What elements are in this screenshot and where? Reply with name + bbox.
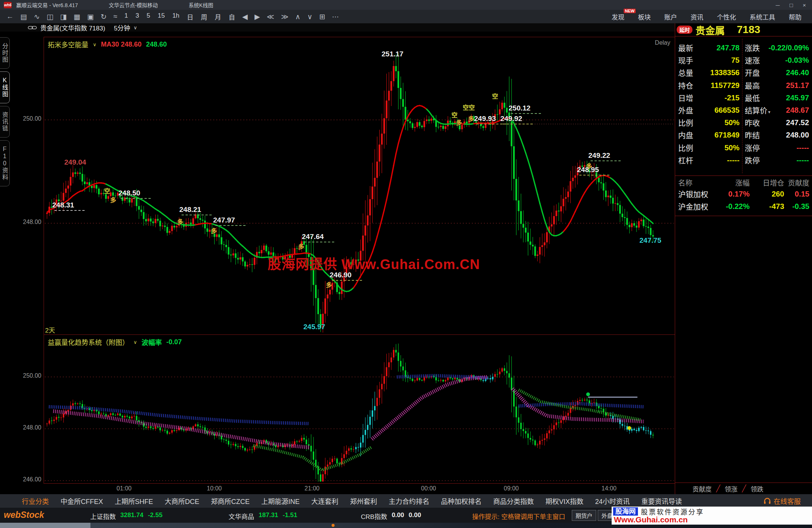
candle-chart-icon[interactable]: ◫ <box>43 12 57 21</box>
market-tab-郑州套利[interactable]: 郑州套利 <box>350 496 377 506</box>
sub-indicator-plot[interactable]: 益赢量化趋势系统（附图） ∨ 波幅率 -0.07 <box>44 334 675 484</box>
cloud-node-label: 文华云节点-模拟移动 <box>109 1 158 9</box>
panel-tab-贡献度[interactable]: 贡献度 <box>688 484 716 493</box>
menu-账户[interactable]: 账户 <box>664 12 677 21</box>
period-button-15[interactable]: 15 <box>154 12 168 22</box>
menu-板块[interactable]: 板块 <box>638 12 651 21</box>
market-tab-郑商所CZCE[interactable]: 郑商所CZCE <box>211 496 250 506</box>
fast-backward-icon[interactable]: ≪ <box>264 12 278 21</box>
indicator-name[interactable]: 拓米多空能量 <box>48 39 88 49</box>
quote-cell: 开盘246.40 <box>742 67 812 78</box>
quote-value: 666535 <box>714 106 739 115</box>
quote-cell: 最新247.78 <box>675 42 742 53</box>
online-service[interactable]: 在线客服 <box>764 496 801 506</box>
refresh-icon[interactable]: ↻ <box>97 12 110 21</box>
period-button-5[interactable]: 5 <box>143 12 154 22</box>
menu-帮助[interactable]: 帮助 <box>789 12 801 21</box>
maximize-button[interactable]: □ <box>789 2 793 8</box>
quote-label: 跌停 <box>745 155 760 166</box>
signal-mark: 多 <box>298 242 304 251</box>
fast-forward-icon[interactable]: ≫ <box>277 12 292 21</box>
period-selector[interactable]: 5分钟 <box>114 23 130 32</box>
menu-个性化[interactable]: 个性化 <box>717 12 736 21</box>
chevron-down-icon[interactable]: ∨ <box>133 339 137 345</box>
quote-value: 75 <box>731 56 739 65</box>
quote-value: ----- <box>797 156 809 165</box>
contribution-header: 涨幅 <box>720 177 750 188</box>
market-tab-大连套利[interactable]: 大连套利 <box>311 496 338 506</box>
app-window: wh6 赢顺云端交易 - Ver6.8.417 文华云节点-模拟移动 系统K线图… <box>0 0 812 528</box>
line-chart-icon[interactable]: ∿ <box>30 12 43 21</box>
new-badge: NEW <box>624 9 636 13</box>
toolbar-nav-group: ◀▶≪≫∧∨⊞⋯ <box>239 12 342 21</box>
report-board-icon[interactable]: ▤ <box>17 12 30 21</box>
chevron-down-icon[interactable]: ∨ <box>93 42 97 47</box>
symbol-bar: 贵金属(文华指数 7183) 5分钟 ∨ <box>0 23 703 32</box>
chevron-down-icon[interactable]: ▾ <box>768 109 770 115</box>
market-tab-行业分类[interactable]: 行业分类 <box>22 496 49 506</box>
chevron-down-icon[interactable]: ∨ <box>133 25 137 30</box>
y-axis-tick: 248.00 <box>14 424 41 431</box>
step-back-icon[interactable]: ◀ <box>239 12 251 21</box>
zigzag-tool-icon[interactable]: ≈ <box>110 12 121 21</box>
close-button[interactable]: × <box>803 2 806 8</box>
quote-value: 671849 <box>714 131 739 139</box>
back-icon[interactable]: ← <box>3 12 17 21</box>
label-underline <box>332 280 362 281</box>
market-tab-品种加权排名[interactable]: 品种加权排名 <box>441 496 482 506</box>
market-tab-24小时资讯[interactable]: 24小时资讯 <box>595 496 630 506</box>
sidebar-tab-资讯链[interactable]: 资讯链 <box>0 106 10 138</box>
quote-label: 最高 <box>745 80 760 91</box>
main-kline-plot[interactable]: 拓米多空能量 ∨ MA30 248.60 248.60 Delay 2天 股海网… <box>44 37 675 335</box>
label-underline <box>215 225 245 226</box>
x-axis-tick: 00:00 <box>421 485 436 492</box>
symbol-name[interactable]: 贵金属(文华指数 7183) <box>40 23 105 32</box>
view-mode-label: 系统K线图 <box>189 1 213 9</box>
market-tab-上期能源INE[interactable]: 上期能源INE <box>261 496 300 506</box>
period-button-3[interactable]: 3 <box>132 12 143 22</box>
multi-pane-chart-icon[interactable]: ◨ <box>57 12 70 21</box>
panel-tab-领跌[interactable]: 领跌 <box>746 484 768 493</box>
sidebar-tab-F10资料[interactable]: F10资料 <box>0 140 10 186</box>
period-button-月[interactable]: 月 <box>211 12 225 22</box>
contribution-value: -0.35 <box>784 202 809 211</box>
panel-tab-领涨[interactable]: 领涨 <box>720 484 742 493</box>
period-button-1[interactable]: 1 <box>121 12 132 22</box>
contribution-header: 日增仓 <box>750 177 784 188</box>
period-button-1h[interactable]: 1h <box>168 12 183 22</box>
instrument-name[interactable]: 贵金属 <box>695 23 725 37</box>
market-tab-中金所CFFEX[interactable]: 中金所CFFEX <box>61 496 103 506</box>
save-icon[interactable]: ▣ <box>84 12 97 21</box>
sidebar-tab-K线图[interactable]: K线图 <box>0 71 10 103</box>
x-axis-tick: 01:00 <box>117 485 132 492</box>
quote-table-icon[interactable]: ▦ <box>70 12 84 21</box>
more-icon[interactable]: ⋯ <box>329 12 342 21</box>
minimize-button[interactable]: ─ <box>776 2 780 8</box>
menu-系统工具[interactable]: 系统工具 <box>750 12 775 21</box>
contribution-row[interactable]: 沪金加权-0.22%-473-0.35 <box>678 200 809 213</box>
menu-发现[interactable]: 发现NEW <box>612 12 624 21</box>
period-button-日[interactable]: 日 <box>183 12 197 22</box>
quote-row: 比例50%涨停----- <box>675 142 812 154</box>
tab-separator: ╱ <box>716 484 720 493</box>
market-tab-期权VIX指数[interactable]: 期权VIX指数 <box>545 496 583 506</box>
index-label: 上证指数 <box>90 511 116 521</box>
account-button-期货户[interactable]: 期货户 <box>572 510 596 521</box>
market-tab-重要资讯导读[interactable]: 重要资讯导读 <box>641 496 682 506</box>
market-tab-大商所DCE[interactable]: 大商所DCE <box>165 496 199 506</box>
period-button-周[interactable]: 周 <box>197 12 211 22</box>
index-change: -2.55 <box>148 511 162 521</box>
sub-indicator-name[interactable]: 益赢量化趋势系统（附图） <box>48 337 129 347</box>
period-button-自[interactable]: 自 <box>225 12 239 22</box>
zoom-in-icon[interactable]: ∨ <box>304 12 316 21</box>
market-tab-主力合约排名[interactable]: 主力合约排名 <box>389 496 429 506</box>
menu-资讯[interactable]: 资讯 <box>691 12 703 21</box>
quote-value: -215 <box>724 94 739 102</box>
sidebar-tab-分时图[interactable]: 分时图 <box>0 37 10 69</box>
contribution-row[interactable]: 沪银加权0.17%2600.15 <box>678 188 809 200</box>
zoom-out-icon[interactable]: ∧ <box>292 12 304 21</box>
step-forward-icon[interactable]: ▶ <box>251 12 264 21</box>
market-tab-上期所SHFE[interactable]: 上期所SHFE <box>115 496 153 506</box>
grid-layout-icon[interactable]: ⊞ <box>316 12 329 21</box>
market-tab-商品分类指数[interactable]: 商品分类指数 <box>493 496 534 506</box>
